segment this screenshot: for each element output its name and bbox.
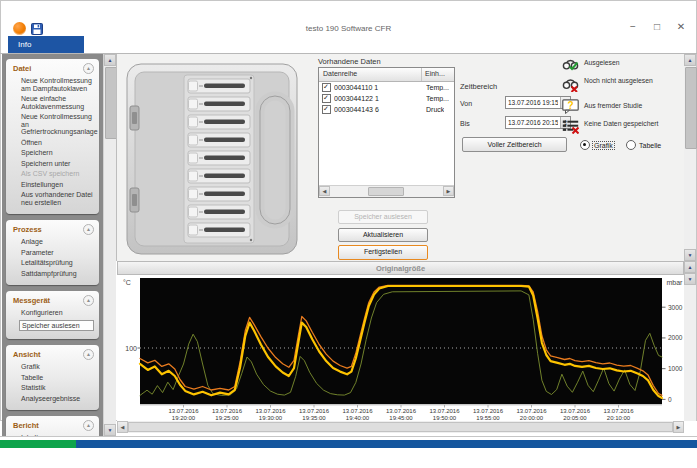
sidebar-item-konfigurieren[interactable]: Konfigurieren bbox=[9, 309, 96, 317]
sidebar-section-datei: Datei▲Neue Kontrollmessung am Dampfautok… bbox=[6, 59, 99, 214]
list-header[interactable]: Datenreihe Einh... bbox=[319, 68, 454, 82]
y-right-unit: mbar bbox=[667, 279, 684, 286]
legend-label: Ausgelesen bbox=[584, 59, 662, 75]
scrollbar-thumb[interactable] bbox=[128, 422, 673, 432]
y-left-unit: °C bbox=[123, 279, 131, 286]
section-title: Prozess bbox=[13, 225, 42, 234]
y-right-tick: 0 bbox=[668, 396, 672, 403]
sidebar-item-neue-kontrollmessung-an-gefriertrocknungsanlage[interactable]: Neue Kontrollmessung an Gefriertrocknung… bbox=[9, 113, 96, 136]
table-row[interactable]: 0003044110 1Temp... bbox=[319, 82, 454, 93]
collapse-icon[interactable]: ▲ bbox=[83, 295, 94, 306]
sidebar-item-letalitätsprüfung[interactable]: Letalitätsprüfung bbox=[9, 259, 96, 267]
x-tick-time: 19:50:00 bbox=[433, 415, 457, 421]
sidebar-item-speicher-auslesen[interactable]: Speicher auslesen bbox=[19, 320, 94, 332]
collapse-icon[interactable]: ▲ bbox=[83, 224, 94, 235]
table-row[interactable]: 0003044143 6Druck bbox=[319, 104, 454, 115]
collapse-icon[interactable]: ▲ bbox=[83, 349, 94, 360]
collapse-icon[interactable]: ▲ bbox=[83, 420, 94, 431]
scroll-right-icon[interactable]: ▶ bbox=[443, 186, 454, 196]
x-tick-time: 19:55:00 bbox=[476, 415, 500, 421]
sidebar-item-sattdampfprüfung[interactable]: Sattdampfprüfung bbox=[9, 270, 96, 278]
x-tick-time: 19:35:00 bbox=[302, 415, 326, 421]
scroll-left-icon[interactable]: ◀ bbox=[319, 186, 330, 196]
x-tick-date: 13.07.2016 bbox=[255, 408, 286, 414]
x-tick-time: 19:40:00 bbox=[346, 415, 370, 421]
tab-info[interactable]: Info bbox=[8, 36, 84, 53]
sidebar-item-analyseergebnisse[interactable]: Analyseergebnisse bbox=[9, 395, 96, 403]
scroll-down-icon[interactable]: ▼ bbox=[684, 273, 696, 285]
series-name[interactable]: 0003044122 1 bbox=[334, 95, 426, 102]
scroll-up-icon[interactable]: ▲ bbox=[684, 54, 696, 66]
collapse-icon[interactable]: ▲ bbox=[83, 63, 94, 74]
sidebar-item-neue-einfache-autoklavenmessung[interactable]: Neue einfache Autoklavenmessung bbox=[9, 95, 96, 110]
minimize-button[interactable]: − bbox=[627, 21, 639, 32]
data-series-list: Datenreihe Einh... 0003044110 1Temp...00… bbox=[318, 67, 455, 198]
scroll-up-icon[interactable]: ▲ bbox=[684, 261, 696, 273]
checkbox-checked-icon[interactable] bbox=[322, 105, 331, 114]
x-tick-date: 13.07.2016 bbox=[299, 408, 330, 414]
y-left-tick: 100 bbox=[125, 345, 137, 352]
sidebar-item-öffnen[interactable]: Öffnen bbox=[9, 139, 96, 147]
series-name[interactable]: 0003044143 6 bbox=[334, 106, 426, 113]
radio-tabelle[interactable]: Tabelle bbox=[626, 140, 661, 150]
sidebar-item-einstellungen[interactable]: Einstellungen bbox=[9, 181, 96, 189]
scroll-right-icon[interactable]: ▶ bbox=[673, 421, 684, 433]
sidebar-item-speichern-unter[interactable]: Speichern unter bbox=[9, 160, 96, 168]
read-memory-button: Speicher auslesen bbox=[338, 210, 428, 224]
x-tick-time: 19:20:00 bbox=[172, 415, 196, 421]
section-title: Ansicht bbox=[13, 350, 41, 359]
sidebar-item-anlage[interactable]: Anlage bbox=[9, 238, 96, 246]
scroll-down-icon[interactable]: ▼ bbox=[684, 249, 696, 261]
checkbox-checked-icon[interactable] bbox=[322, 94, 331, 103]
x-tick-time: 19:25:00 bbox=[215, 415, 239, 421]
close-button[interactable]: ✕ bbox=[675, 21, 687, 32]
chart-vscrollbar[interactable]: ▲ ▼ bbox=[684, 261, 696, 421]
radio-on-icon[interactable] bbox=[580, 140, 590, 150]
scroll-left-icon[interactable]: ◀ bbox=[117, 421, 128, 433]
existing-data-label: Vorhandene Daten bbox=[318, 57, 381, 66]
sidebar-item-neue-kontrollmessung-am-dampfautoklaven[interactable]: Neue Kontrollmessung am Dampfautoklaven bbox=[9, 77, 96, 92]
maximize-button[interactable]: □ bbox=[651, 21, 663, 32]
scrollbar-thumb[interactable] bbox=[685, 67, 697, 149]
sidebar-item-tabelle[interactable]: Tabelle bbox=[9, 374, 96, 382]
scroll-down-icon[interactable]: ▼ bbox=[104, 424, 116, 436]
sidebar-section-bericht: Bericht▲InhaltParameter anpassenSattdamp… bbox=[6, 416, 99, 436]
sidebar-scrollbar[interactable]: ▲ ▼ bbox=[103, 54, 116, 436]
sidebar-section-ansicht: Ansicht▲GrafikTabelleStatistikAnalyseerg… bbox=[6, 345, 99, 410]
sidebar-item-grafik[interactable]: Grafik bbox=[9, 363, 96, 371]
sidebar-item-aus-vorhandener-datei-neu-erstellen[interactable]: Aus vorhandener Datei neu erstellen bbox=[9, 191, 96, 206]
legend-item-keine-daten-gespeichert: Keine Daten gespeichert bbox=[562, 119, 662, 138]
list-hscrollbar[interactable]: ◀ ▶ bbox=[319, 185, 454, 197]
window-bottom-border bbox=[0, 436, 697, 437]
window-title: testo 190 Software CFR bbox=[0, 24, 697, 33]
timerange-label: Zeitbereich bbox=[460, 82, 497, 91]
series-name[interactable]: 0003044110 1 bbox=[334, 84, 426, 91]
bis-datetime-input[interactable] bbox=[506, 117, 560, 128]
chart-header[interactable]: Originalgröße bbox=[117, 261, 684, 275]
list-x-icon bbox=[562, 119, 579, 138]
finish-button[interactable]: Fertigstellen bbox=[338, 245, 428, 260]
legend-label: Keine Daten gespeichert bbox=[584, 120, 662, 138]
refresh-button[interactable]: Aktualisieren bbox=[338, 228, 428, 242]
series-unit: Temp... bbox=[426, 95, 449, 102]
binoculars-check-icon bbox=[562, 56, 579, 75]
scrollbar-thumb[interactable] bbox=[368, 187, 404, 196]
von-datetime-input[interactable] bbox=[506, 97, 560, 108]
column-einheit[interactable]: Einh... bbox=[422, 68, 454, 81]
checkbox-checked-icon[interactable] bbox=[322, 83, 331, 92]
sidebar-item-parameter[interactable]: Parameter bbox=[9, 249, 96, 257]
x-tick-time: 20:00:00 bbox=[520, 415, 544, 421]
chart-hscrollbar[interactable]: ◀ ▶ bbox=[117, 421, 684, 433]
radio-grafik[interactable]: Grafik bbox=[580, 140, 614, 150]
sidebar-item-speichern[interactable]: Speichern bbox=[9, 149, 96, 157]
sidebar-section-prozess: Prozess▲AnlageParameterLetalitätsprüfung… bbox=[6, 220, 99, 285]
x-tick-date: 13.07.2016 bbox=[560, 408, 591, 414]
full-timerange-button[interactable]: Voller Zeitbereich bbox=[462, 137, 567, 152]
sidebar-item-statistik[interactable]: Statistik bbox=[9, 384, 96, 392]
y-right-tick: 2000 bbox=[668, 334, 683, 341]
column-datenreihe[interactable]: Datenreihe bbox=[319, 68, 422, 81]
radio-off-icon[interactable] bbox=[626, 140, 636, 150]
main-vscrollbar[interactable]: ▲ ▼ bbox=[684, 54, 696, 261]
table-row[interactable]: 0003044122 1Temp... bbox=[319, 93, 454, 104]
scroll-up-icon[interactable]: ▲ bbox=[104, 54, 116, 66]
